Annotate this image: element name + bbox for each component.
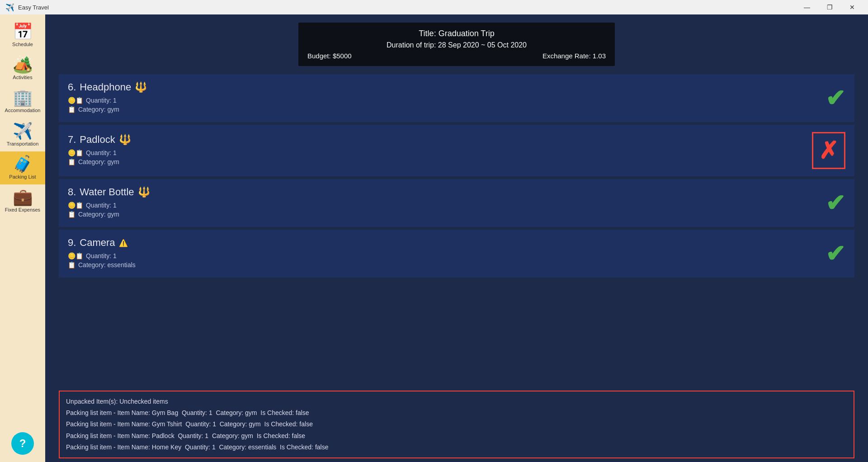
sidebar-label-transportation: Transportation	[7, 141, 39, 147]
cat-icon-waterbottle: 📋	[68, 211, 75, 218]
sidebar-item-transportation[interactable]: ✈️ Transportation	[0, 118, 45, 151]
check-mark-waterbottle: ✔	[826, 189, 845, 217]
item-badge-icon-padlock: 🔱	[119, 134, 131, 146]
activities-icon: 🏕️	[13, 57, 33, 73]
item-cat-headphone: 📋 Category: gym	[68, 106, 826, 113]
cat-value-waterbottle: Category: gym	[78, 211, 119, 218]
item-cat-camera: 📋 Category: essentials	[68, 261, 826, 269]
qty-icon-camera: 🪙📋	[68, 252, 83, 259]
packing-item-headphone: 6. Headphone 🔱 🪙📋 Quantity: 1 📋 Category…	[59, 74, 854, 122]
unpacked-title: Unpacked Item(s): Unchecked items	[66, 396, 847, 407]
item-qty-headphone: 🪙📋 Quantity: 1	[68, 97, 826, 104]
item-name-camera: 9. Camera ⚠️	[68, 237, 826, 249]
sidebar-label-schedule: Schedule	[12, 42, 33, 47]
packing-item-padlock: 7. Padlock 🔱 🪙📋 Quantity: 1 📋 Category: …	[59, 125, 854, 176]
check-mark-camera: ✔	[826, 240, 845, 267]
app-body: 📅 Schedule 🏕️ Activities 🏢 Accommodation…	[0, 14, 868, 462]
item-info-padlock: 7. Padlock 🔱 🪙📋 Quantity: 1 📋 Category: …	[68, 134, 812, 167]
sidebar-item-accommodation[interactable]: 🏢 Accommodation	[0, 85, 45, 118]
qty-value-padlock: Quantity: 1	[86, 149, 117, 156]
window-controls: — ❐ ✕	[797, 0, 863, 14]
item-badge-icon-waterbottle: 🔱	[138, 186, 150, 198]
app-name: Easy Travel	[18, 4, 49, 11]
close-button[interactable]: ✕	[842, 0, 863, 14]
sidebar-label-accommodation: Accommodation	[5, 108, 41, 113]
sidebar-item-expenses[interactable]: 💼 Fixed Expenses	[0, 184, 45, 217]
qty-icon-headphone: 🪙📋	[68, 97, 83, 104]
calendar-icon: 📅	[13, 24, 33, 40]
cross-mark-padlock: ✗	[819, 137, 839, 164]
sidebar-item-packing[interactable]: 🧳 Packing List	[0, 151, 45, 184]
trip-budget: Budget: $5000	[307, 52, 352, 60]
item-number-6: 6.	[68, 81, 76, 93]
sidebar-item-activities[interactable]: 🏕️ Activities	[0, 52, 45, 85]
sidebar-label-activities: Activities	[13, 75, 32, 80]
cross-mark-container-padlock: ✗	[812, 132, 845, 169]
cat-value-headphone: Category: gym	[78, 106, 119, 113]
main-content: Title: Graduation Trip Duration of trip:…	[45, 14, 868, 462]
packing-icon: 🧳	[13, 156, 33, 172]
item-info-camera: 9. Camera ⚠️ 🪙📋 Quantity: 1 📋 Category: …	[68, 237, 826, 270]
item-cat-waterbottle: 📋 Category: gym	[68, 211, 826, 218]
item-name-waterbottle: 8. Water Bottle 🔱	[68, 186, 826, 198]
app-icon: ✈️	[5, 3, 14, 12]
item-info-waterbottle: 8. Water Bottle 🔱 🪙📋 Quantity: 1 📋 Categ…	[68, 186, 826, 220]
unpacked-line-4: Packing list item - Item Name: Home Key …	[66, 442, 847, 453]
item-title-padlock: Padlock	[80, 134, 115, 146]
item-info-headphone: 6. Headphone 🔱 🪙📋 Quantity: 1 📋 Category…	[68, 81, 826, 115]
trip-meta: Budget: $5000 Exchange Rate: 1.03	[307, 52, 606, 60]
unpacked-items-box: Unpacked Item(s): Unchecked items Packin…	[59, 391, 854, 458]
sidebar: 📅 Schedule 🏕️ Activities 🏢 Accommodation…	[0, 14, 45, 462]
cat-icon-padlock: 📋	[68, 158, 75, 165]
qty-icon-waterbottle: 🪙📋	[68, 202, 83, 209]
item-number-9: 9.	[68, 237, 76, 249]
item-qty-padlock: 🪙📋 Quantity: 1	[68, 149, 812, 156]
sidebar-item-schedule[interactable]: 📅 Schedule	[0, 19, 45, 52]
trip-title: Title: Graduation Trip	[307, 29, 606, 38]
check-mark-headphone: ✔	[826, 85, 845, 112]
item-title-waterbottle: Water Bottle	[80, 186, 134, 198]
maximize-button[interactable]: ❐	[819, 0, 840, 14]
trip-exchange-rate: Exchange Rate: 1.03	[542, 52, 606, 60]
item-qty-camera: 🪙📋 Quantity: 1	[68, 252, 826, 259]
sidebar-label-packing: Packing List	[9, 174, 36, 180]
minimize-button[interactable]: —	[797, 0, 817, 14]
qty-value-camera: Quantity: 1	[86, 252, 117, 259]
accommodation-icon: 🏢	[13, 90, 33, 106]
trip-info-box: Title: Graduation Trip Duration of trip:…	[298, 23, 615, 66]
title-bar: ✈️ Easy Travel — ❐ ✕	[0, 0, 868, 14]
app-title: ✈️ Easy Travel	[5, 3, 49, 12]
cat-icon-headphone: 📋	[68, 106, 75, 113]
cat-value-camera: Category: essentials	[78, 261, 136, 269]
item-title-headphone: Headphone	[80, 81, 131, 93]
item-name-headphone: 6. Headphone 🔱	[68, 81, 826, 93]
warning-icon-camera: ⚠️	[119, 239, 128, 247]
trip-duration: Duration of trip: 28 Sep 2020 ~ 05 Oct 2…	[307, 41, 606, 49]
item-title-camera: Camera	[80, 237, 115, 249]
packing-item-waterbottle: 8. Water Bottle 🔱 🪙📋 Quantity: 1 📋 Categ…	[59, 179, 854, 227]
unpacked-line-1: Packing list item - Item Name: Gym Bag Q…	[66, 407, 847, 419]
sidebar-label-expenses: Fixed Expenses	[5, 207, 40, 213]
qty-icon-padlock: 🪙📋	[68, 149, 83, 156]
transportation-icon: ✈️	[13, 123, 33, 139]
cat-icon-camera: 📋	[68, 261, 75, 269]
item-cat-padlock: 📋 Category: gym	[68, 158, 812, 165]
packing-items-list[interactable]: 6. Headphone 🔱 🪙📋 Quantity: 1 📋 Category…	[45, 74, 868, 387]
unpacked-line-2: Packing list item - Item Name: Gym Tshir…	[66, 419, 847, 430]
qty-value-headphone: Quantity: 1	[86, 97, 117, 104]
help-button[interactable]: ?	[11, 432, 34, 455]
item-number-8: 8.	[68, 186, 76, 198]
item-badge-icon-headphone: 🔱	[135, 81, 147, 93]
item-number-7: 7.	[68, 134, 76, 146]
qty-value-waterbottle: Quantity: 1	[86, 202, 117, 209]
expenses-icon: 💼	[13, 189, 33, 205]
unpacked-line-3: Packing list item - Item Name: Padlock Q…	[66, 430, 847, 442]
cat-value-padlock: Category: gym	[78, 158, 119, 165]
item-qty-waterbottle: 🪙📋 Quantity: 1	[68, 202, 826, 209]
item-name-padlock: 7. Padlock 🔱	[68, 134, 812, 146]
packing-item-camera: 9. Camera ⚠️ 🪙📋 Quantity: 1 📋 Category: …	[59, 230, 854, 278]
